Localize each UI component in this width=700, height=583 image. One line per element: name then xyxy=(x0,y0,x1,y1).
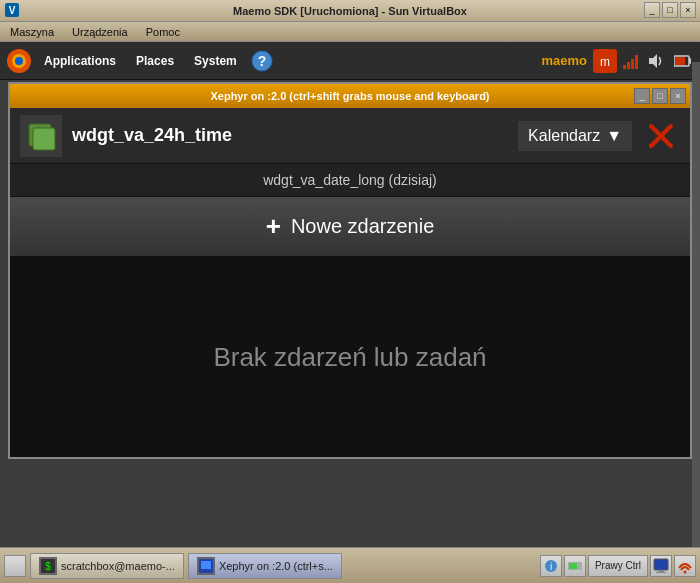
host-bottom-taskbar: $ scratchbox@maemo-... Xephyr on :2.0 (c… xyxy=(0,547,700,583)
taskbar-right-icons: i Prawy Ctrl xyxy=(540,555,696,577)
maemo-app-content: wdgt_va_24h_time Kalendarz ▼ wdgt_va_dat… xyxy=(10,108,690,457)
app-back-icon[interactable] xyxy=(20,115,62,157)
xephyr-controls: _ □ × xyxy=(634,88,686,104)
maemo-taskbar: Applications Places System ? maemo m xyxy=(0,42,700,80)
xephyr-titlebar: Xephyr on :2.0 (ctrl+shift grabs mouse a… xyxy=(10,84,690,108)
network-signal-icon xyxy=(623,51,638,71)
svg-rect-10 xyxy=(689,58,691,64)
virtualbox-icon: V xyxy=(4,2,20,18)
host-titlebar-left: V xyxy=(4,2,20,18)
help-icon: ? xyxy=(251,50,273,72)
minimize-button[interactable]: _ xyxy=(644,2,660,18)
bottom-left-square xyxy=(4,555,26,577)
menu-urzadzenia[interactable]: Urządzenia xyxy=(68,25,132,39)
maemo-icon: m xyxy=(593,49,617,73)
systray-icon-1: i xyxy=(540,555,562,577)
xephyr-taskbar-label: Xephyr on :2.0 (ctrl+s... xyxy=(219,560,333,572)
speaker-icon xyxy=(644,50,666,72)
svg-marker-8 xyxy=(649,54,657,68)
app-navbar: wdgt_va_24h_time Kalendarz ▼ xyxy=(10,108,690,164)
svg-text:?: ? xyxy=(257,53,266,69)
right-scrollbar[interactable] xyxy=(692,62,700,547)
system-button[interactable]: System xyxy=(186,50,245,72)
app-dropdown[interactable]: Kalendarz ▼ xyxy=(518,121,632,151)
host-titlebar: V Maemo SDK [Uruchomiona] - Sun VirtualB… xyxy=(0,0,700,22)
svg-point-4 xyxy=(15,57,23,65)
svg-rect-25 xyxy=(658,570,664,572)
taskbar-xephyr[interactable]: Xephyr on :2.0 (ctrl+s... xyxy=(188,553,342,579)
empty-state: Brak zdarzeń lub zadań xyxy=(10,257,690,457)
host-menubar: Maszyna Urządzenia Pomoc xyxy=(0,22,700,42)
battery-icon xyxy=(672,50,694,72)
xephyr-close[interactable]: × xyxy=(670,88,686,104)
date-label: wdgt_va_date_long (dzisiaj) xyxy=(10,164,690,197)
dropdown-label: Kalendarz xyxy=(528,127,600,145)
new-event-button[interactable]: + Nowe zdarzenie xyxy=(10,197,690,257)
xephyr-title: Xephyr on :2.0 (ctrl+shift grabs mouse a… xyxy=(16,90,684,102)
firefox-icon xyxy=(6,48,32,74)
xephyr-maximize[interactable]: □ xyxy=(652,88,668,104)
taskbar-scratchbox[interactable]: $ scratchbox@maemo-... xyxy=(30,553,184,579)
svg-rect-11 xyxy=(675,57,685,65)
empty-state-text: Brak zdarzeń lub zadań xyxy=(213,342,486,373)
svg-text:$: $ xyxy=(45,561,51,572)
network-icon xyxy=(674,555,696,577)
right-ctrl-label: Prawy Ctrl xyxy=(595,560,641,571)
new-event-plus-icon: + xyxy=(266,211,281,242)
svg-rect-24 xyxy=(654,559,668,570)
date-label-text: wdgt_va_date_long (dzisiaj) xyxy=(263,172,437,188)
places-button[interactable]: Places xyxy=(128,50,182,72)
host-title: Maemo SDK [Uruchomiona] - Sun VirtualBox xyxy=(233,5,467,17)
svg-text:V: V xyxy=(9,5,16,16)
svg-rect-19 xyxy=(201,561,211,569)
svg-rect-13 xyxy=(33,128,55,150)
menu-maszyna[interactable]: Maszyna xyxy=(6,25,58,39)
maemo-right-icons: maemo m xyxy=(541,49,694,73)
maemo-brand: maemo xyxy=(541,53,587,68)
app-close-button[interactable] xyxy=(642,117,680,155)
applications-button[interactable]: Applications xyxy=(36,50,124,72)
new-event-label: Nowe zdarzenie xyxy=(291,215,434,238)
svg-text:i: i xyxy=(550,561,552,572)
svg-point-27 xyxy=(684,570,687,573)
maximize-button[interactable]: □ xyxy=(662,2,678,18)
systray-icon-2 xyxy=(564,555,586,577)
app-title: wdgt_va_24h_time xyxy=(72,125,508,146)
dropdown-arrow: ▼ xyxy=(606,127,622,145)
xephyr-minimize[interactable]: _ xyxy=(634,88,650,104)
svg-rect-23 xyxy=(569,563,577,569)
close-button[interactable]: × xyxy=(680,2,696,18)
menu-pomoc[interactable]: Pomoc xyxy=(142,25,184,39)
svg-rect-26 xyxy=(656,572,666,573)
scratchbox-icon: $ xyxy=(39,557,57,575)
xephyr-window: Xephyr on :2.0 (ctrl+shift grabs mouse a… xyxy=(8,82,692,459)
scratchbox-label: scratchbox@maemo-... xyxy=(61,560,175,572)
monitor-icon xyxy=(650,555,672,577)
host-window-controls: _ □ × xyxy=(644,2,696,18)
systray-icon-3: Prawy Ctrl xyxy=(588,555,648,577)
xephyr-taskbar-icon xyxy=(197,557,215,575)
svg-text:m: m xyxy=(600,55,610,69)
